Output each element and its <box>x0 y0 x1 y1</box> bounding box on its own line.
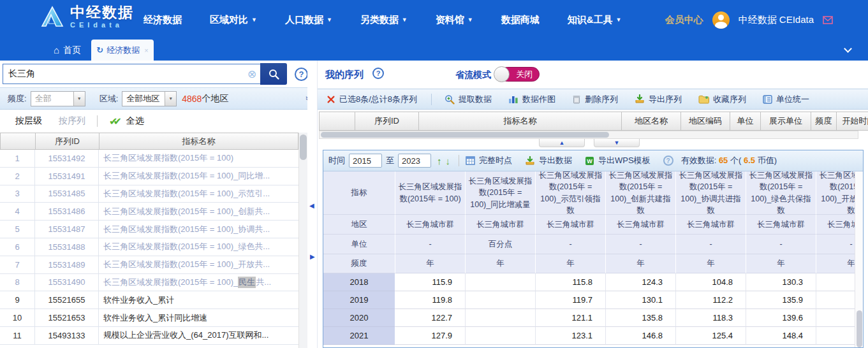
nav-item-label: 经济数据 <box>143 14 182 26</box>
tab-economic-data[interactable]: ↻ 经济数据 × <box>91 40 154 61</box>
table-row[interactable]: 415531486长三角区域发展指数(2015年 = 100)_创新共... <box>0 203 298 221</box>
table-row[interactable]: 1015521653软件业务收入_累计同比增速 <box>0 309 298 327</box>
nav-item[interactable]: 资料馆▼ <box>436 14 473 26</box>
series-column-header[interactable]: 展示单位 <box>761 112 811 131</box>
search-button[interactable] <box>260 63 287 85</box>
header-cell: 长三角城市群 <box>536 215 606 235</box>
toolbar-button[interactable]: 提取数据 <box>445 94 492 105</box>
nav-item-label: 数据商城 <box>501 14 540 26</box>
search-input[interactable] <box>3 69 244 79</box>
time-from-input[interactable] <box>349 154 382 168</box>
series-column-header[interactable]: 指标名称 <box>419 112 622 131</box>
table-row[interactable]: 915521655软件业务收入_累计 <box>0 291 298 309</box>
highlighted-keyword: 民生 <box>238 277 256 288</box>
nav-item[interactable]: 知识&工具▼ <box>568 14 622 26</box>
time-bar-button[interactable]: W导出WPS模板 <box>585 155 651 166</box>
series-toolbar: 已选8条/总计8条序列提取数据数据作图删除序列导出序列收藏序列单位统一 <box>318 89 868 110</box>
row-number: 4 <box>0 203 35 220</box>
toolbar-button[interactable]: 单位统一 <box>763 94 809 105</box>
toolbar-button[interactable]: 删除序列 <box>572 94 618 105</box>
row-number: 5 <box>0 221 35 238</box>
nav-item[interactable]: 区域对比▼ <box>210 14 257 26</box>
table-row[interactable]: 215531491长三角区域发展指数(2015年 = 100)_同比增... <box>0 168 298 185</box>
traffic-saver-toggle[interactable]: 关闭 <box>494 66 540 82</box>
select-all-button[interactable]: ✔✔ 全选 <box>109 115 144 127</box>
series-horizontal-scrollbar[interactable] <box>319 131 858 139</box>
time-bar-button[interactable]: 导出数据 <box>525 155 572 166</box>
series-id: 15531486 <box>35 203 99 220</box>
table-row[interactable]: 315531485长三角区域发展指数(2015年 = 100)_示范引... <box>0 185 298 203</box>
row-number: 10 <box>0 309 35 326</box>
scrollbar-thumb[interactable] <box>300 134 307 160</box>
series-column-header[interactable]: 频度 <box>811 112 837 131</box>
frequency-dropdown[interactable]: 全部 ▼ <box>31 91 85 106</box>
move-up-icon[interactable]: ↑ <box>437 156 442 166</box>
time-bar-button[interactable]: 完整时点 <box>466 155 512 166</box>
toolbar-button[interactable]: 导出序列 <box>635 94 682 105</box>
series-column-header[interactable]: 地区编码 <box>681 112 730 131</box>
table-row[interactable]: 115531492长三角区域发展指数(2015年 = 100) <box>0 150 298 168</box>
data-cell: 130.1 <box>606 291 676 309</box>
collapse-left-icon[interactable]: ◀ <box>309 202 314 209</box>
app-logo[interactable]: 中经数据 CEIdata <box>40 5 134 29</box>
series-column-header[interactable] <box>319 112 355 131</box>
series-column-header[interactable]: 地区名称 <box>622 112 681 131</box>
move-down-icon[interactable]: ↓ <box>446 156 451 166</box>
list-vertical-scrollbar[interactable] <box>298 133 307 348</box>
nav-item-label: 另类数据 <box>360 14 399 26</box>
search-help-icon[interactable]: ? <box>295 68 308 81</box>
caret-down-icon: ▼ <box>467 17 473 23</box>
series-id: 15521653 <box>35 309 99 326</box>
selection-summary[interactable]: 已选8条/总计8条序列 <box>327 94 417 105</box>
scrollbar-thumb[interactable] <box>857 310 862 347</box>
search-box: ⊗ <box>3 64 261 84</box>
account-name[interactable]: 中经数据 CEIdata <box>739 14 814 26</box>
tab-by-level[interactable]: 按层级 <box>15 115 42 127</box>
mail-icon[interactable] <box>823 16 833 24</box>
help-icon[interactable]: ? <box>663 156 673 166</box>
table-row[interactable]: 515531487长三角区域发展指数(2015年 = 100)_协调共... <box>0 221 298 238</box>
data-cell: 135.9 <box>746 291 816 309</box>
tab-by-series[interactable]: 按序列 <box>59 115 85 127</box>
tab-home[interactable]: ⌂ 首页 <box>54 40 81 61</box>
time-to-input[interactable] <box>398 154 431 168</box>
series-column-header[interactable]: 序列ID <box>355 112 419 131</box>
region-dropdown[interactable]: 全部地区 ▼ <box>122 91 177 106</box>
member-center-link[interactable]: 会员中心 <box>665 14 703 26</box>
nav-item[interactable]: 经济数据 <box>143 14 182 26</box>
dropdown-arrow-icon[interactable]: ▼ <box>165 92 176 106</box>
table-row[interactable]: 615531488长三角区域发展指数(2015年 = 100)_绿色共... <box>0 238 298 256</box>
help-icon[interactable]: ? <box>372 68 384 79</box>
series-id: 15493133 <box>35 327 99 344</box>
header-right: 会员中心 中经数据 CEIdata <box>665 0 833 40</box>
refresh-icon[interactable]: ↻ <box>96 45 103 55</box>
valid-count: 65 <box>719 156 728 165</box>
toolbar-button[interactable]: 收藏序列 <box>698 94 746 105</box>
table-row[interactable]: 715531489长三角区域发展指数(2015年 = 100)_开放共... <box>0 256 298 274</box>
toggle-knob[interactable] <box>494 66 510 82</box>
expand-left-icon[interactable]: ▶ <box>310 253 315 260</box>
avatar[interactable] <box>712 11 730 29</box>
time-range-bar: 时间 至 ↑ ↓ 完整时点导出数据W导出WPS模板 ? 有效数据: 65 个( … <box>323 150 863 171</box>
scroll-up-button[interactable]: ▲ <box>539 139 585 147</box>
clear-search-icon[interactable]: ⊗ <box>244 68 260 81</box>
data-vertical-scrollbar[interactable] <box>855 171 863 348</box>
series-column-header[interactable]: 开始时间 <box>837 112 868 131</box>
table-row[interactable]: 815531490长三角区域发展指数(2015年 = 100)_民生共... <box>0 274 298 292</box>
data-cell <box>466 309 536 327</box>
tab-close-icon[interactable]: × <box>144 47 148 54</box>
dropdown-arrow-icon[interactable]: ▼ <box>73 92 85 106</box>
toolbar-button-label: 收藏序列 <box>713 94 746 105</box>
toolbar-button[interactable]: 数据作图 <box>508 94 555 105</box>
series-id: 15531490 <box>35 274 99 291</box>
series-search-panel: ⊗ ? 频度: 全部 ▼ 区域: 全部地区 ▼ 4868 个地区 « 按层级 按… <box>0 61 317 348</box>
table-row[interactable]: 1115493133规模以上企业营业收入_(64_2017)互联网和... <box>0 327 298 345</box>
series-column-header[interactable]: 单位 <box>730 112 761 131</box>
scroll-down-button[interactable]: ▼ <box>594 139 640 147</box>
scrollbar-thumb[interactable] <box>321 132 609 138</box>
row-label: 2019 <box>323 291 395 309</box>
nav-item[interactable]: 人口数据▼ <box>285 14 332 26</box>
toolbar-button-label: 删除序列 <box>585 94 618 105</box>
nav-item[interactable]: 另类数据▼ <box>360 14 408 26</box>
nav-item[interactable]: 数据商城 <box>501 14 540 26</box>
